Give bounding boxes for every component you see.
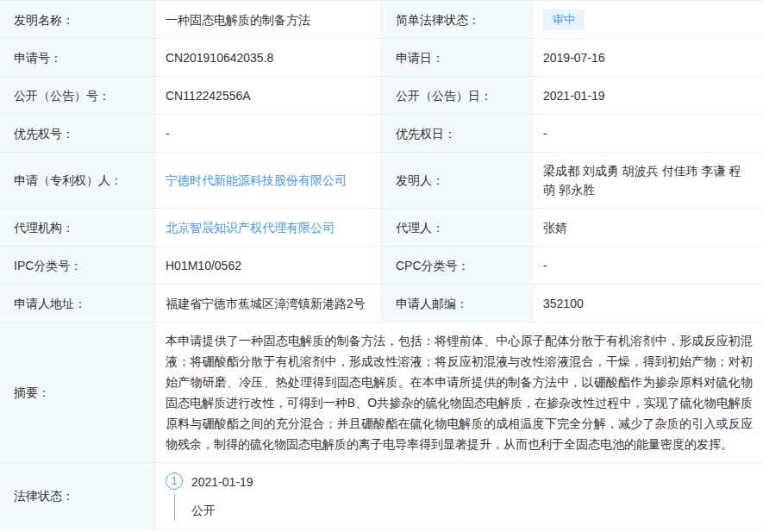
field-value-application-date: 2019-07-16 [533, 39, 763, 77]
legal-status-date: 2021-01-19 [191, 473, 253, 491]
field-value-inventors: 梁成都 刘成勇 胡波兵 付佳玮 李谦 程萌 郭永胜 [543, 161, 753, 199]
field-value-ipc: H01M10/0562 [155, 247, 382, 285]
field-label-ipc: IPC分类号： [0, 247, 155, 285]
field-value-agent: 张婧 [533, 209, 763, 247]
field-label-publication-date: 公开（公告）日： [382, 77, 533, 115]
field-label-abstract: 摘要： [0, 322, 155, 463]
field-value-publication-number: CN112242556A [155, 77, 382, 115]
field-value-simple-legal-status: 审中 [533, 1, 763, 39]
timeline-connector-line [174, 494, 175, 521]
legal-status-value: 公开 [191, 502, 253, 519]
field-label-applicant-address: 申请人地址： [0, 285, 155, 322]
field-value-priority-number: - [155, 115, 382, 153]
field-label-legal-status: 法律状态： [0, 463, 155, 529]
field-label-agency: 代理机构： [0, 209, 155, 247]
field-value-abstract: 本申请提供了一种固态电解质的制备方法，包括：将锂前体、中心原子配体分散于有机溶剂… [155, 322, 763, 463]
field-label-priority-date: 优先权日： [382, 115, 533, 153]
timeline-index-badge: 1 [166, 473, 183, 490]
field-label-simple-legal-status: 简单法律状态： [382, 1, 533, 39]
applicant-link[interactable]: 宁德时代新能源科技股份有限公司 [166, 172, 347, 189]
field-label-application-number: 申请号： [0, 39, 155, 77]
field-label-application-date: 申请日： [382, 39, 533, 77]
field-label-applicant-zipcode: 申请人邮编： [382, 285, 533, 322]
field-value-applicant: 宁德时代新能源科技股份有限公司 [155, 153, 382, 209]
field-value-agency: 北京智晨知识产权代理有限公司 [155, 209, 382, 247]
field-value-application-number: CN201910642035.8 [155, 39, 382, 77]
field-value-applicant-address: 福建省宁德市蕉城区漳湾镇新港路2号 [155, 285, 382, 322]
field-value-applicant-zipcode: 352100 [533, 285, 763, 322]
field-label-invention-title: 发明名称： [0, 1, 155, 39]
legal-status-timeline-item: 1 2021-01-19 公开 [166, 473, 253, 521]
field-value-publication-date: 2021-01-19 [533, 77, 763, 115]
patent-info-table: 发明名称： 一种固态电解质的制备方法 简单法律状态： 审中 申请号： CN201… [0, 0, 763, 529]
patent-detail-page: 发明名称： 一种固态电解质的制备方法 简单法律状态： 审中 申请号： CN201… [0, 0, 763, 532]
field-label-applicant: 申请（专利权）人： [0, 153, 155, 209]
field-label-priority-number: 优先权号： [0, 115, 155, 153]
timeline-marker: 1 [166, 473, 183, 521]
field-value-invention-title: 一种固态电解质的制备方法 [155, 1, 382, 39]
timeline-content: 2021-01-19 公开 [191, 473, 253, 521]
field-value-priority-date: - [533, 115, 763, 153]
field-value-legal-status: 1 2021-01-19 公开 [155, 463, 763, 529]
field-label-cpc: CPC分类号： [382, 247, 533, 285]
field-label-inventors: 发明人： [382, 153, 533, 209]
field-label-publication-number: 公开（公告）号： [0, 77, 155, 115]
status-badge[interactable]: 审中 [543, 9, 585, 30]
agency-link[interactable]: 北京智晨知识产权代理有限公司 [166, 219, 335, 236]
field-label-agent: 代理人： [382, 209, 533, 247]
field-value-cpc: - [533, 247, 763, 285]
